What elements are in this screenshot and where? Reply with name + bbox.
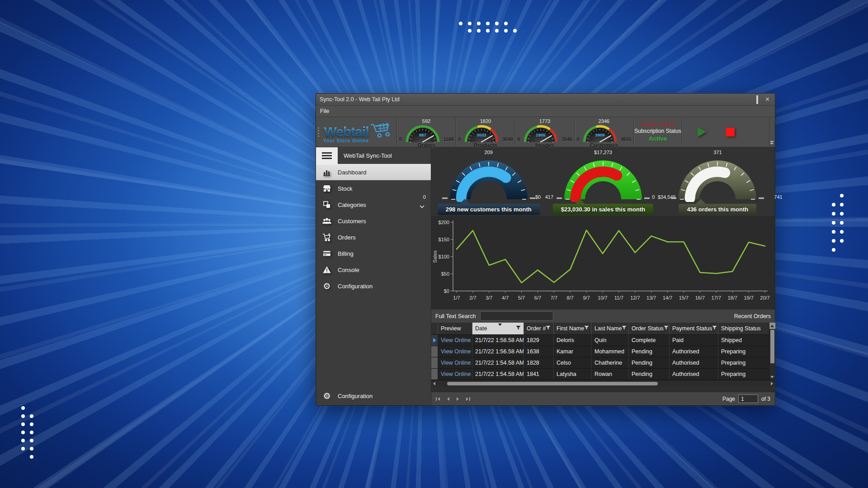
table-row[interactable]: View Online 21/7/22 1:56.58 AM 1638 Kama…	[431, 346, 775, 357]
sidebar-item-label: Console	[338, 267, 359, 273]
first-page-button[interactable]	[436, 397, 440, 401]
page-number-input[interactable]	[738, 394, 758, 403]
search-bar: Full Text Search Recent Orders	[431, 309, 775, 323]
customers-month-gauge: 209 0 417 298 new customers this month	[431, 147, 546, 216]
last-page-button[interactable]	[466, 397, 470, 401]
sidebar-item-label: Orders	[338, 234, 356, 241]
filter-icon[interactable]	[622, 325, 627, 332]
row-indicator	[431, 357, 438, 368]
triangle-up-icon	[770, 325, 774, 327]
sidebar-item-stock[interactable]: Stock	[316, 180, 431, 197]
header-order-number[interactable]: Order #	[524, 323, 554, 334]
header-order-status[interactable]: Order Status	[629, 323, 670, 334]
maximize-button[interactable]	[756, 97, 758, 103]
dashboard-content: 209 0 417 298 new customers this month $…	[431, 147, 775, 405]
toolbar-gauge-products: 1820 0 3033 3640 Products	[456, 117, 515, 147]
cell-order: 1638	[524, 346, 554, 357]
menu-bar: File	[316, 106, 775, 117]
table-row[interactable]: View Online 21/7/22 1:54.58 AM 1828 Cels…	[431, 357, 775, 369]
sidebar-item-categories[interactable]: Categories	[316, 197, 431, 213]
filter-icon[interactable]	[546, 325, 551, 332]
toolbar-grip[interactable]	[316, 117, 321, 147]
filter-icon[interactable]	[584, 325, 589, 332]
scroll-up-button[interactable]	[769, 323, 775, 329]
gauge-mid-label: 209	[431, 150, 546, 155]
cell-order: 1841	[524, 369, 554, 380]
table-row[interactable]: View Online 21/7/22 1:58.58 AM 1829 Delo…	[431, 335, 775, 346]
sidebar-item-console[interactable]: Console	[316, 262, 431, 278]
cell-order: 1829	[524, 335, 554, 346]
gear-icon: ⚙	[316, 282, 338, 291]
chevron-down-icon	[420, 203, 425, 210]
close-button[interactable]: ×	[765, 96, 769, 103]
stop-sync-button[interactable]	[726, 128, 735, 136]
view-online-link[interactable]: View Online	[438, 346, 472, 357]
subscription-panel: Version: 4.0.2.0 Subscription Status Act…	[634, 117, 682, 147]
header-shipping-status[interactable]: Shipping Status	[718, 323, 775, 334]
sidebar-item-configuration-bottom[interactable]: ⚙ Configuration	[316, 386, 431, 405]
vertical-scrollbar[interactable]	[769, 323, 775, 380]
scroll-right-button[interactable]	[771, 382, 773, 385]
svg-text:16/7: 16/7	[695, 295, 705, 300]
sidebar-item-customers[interactable]: Customers	[316, 213, 431, 229]
caption-pointer	[460, 199, 470, 204]
svg-text:20/7: 20/7	[760, 295, 769, 300]
sidebar-item-label: Customers	[338, 218, 366, 225]
header-date[interactable]: Date	[472, 323, 524, 334]
header-payment-status[interactable]: Payment Status	[670, 323, 718, 334]
previous-page-button[interactable]	[447, 397, 449, 401]
filter-icon[interactable]	[664, 325, 669, 332]
toolbar-gauge-customers: 2346 0 3909 4691 Customers	[575, 117, 633, 147]
title-bar[interactable]: Sync-Tool 2.0 - Web Tail Pty Ltd ×	[316, 94, 775, 106]
scrollbar-thumb[interactable]	[447, 382, 658, 385]
view-online-link[interactable]: View Online	[438, 369, 472, 380]
cell-first-name: Latysha	[554, 369, 592, 380]
horizontal-scrollbar[interactable]	[431, 380, 775, 386]
table-row[interactable]: View Online 21/7/22 1:54.58 AM 1841 Laty…	[431, 369, 775, 380]
scroll-left-button[interactable]	[433, 382, 435, 385]
cell-payment-status: Paid	[670, 335, 718, 346]
cell-order-status: Pending	[629, 357, 670, 368]
svg-text:$0: $0	[444, 288, 449, 294]
svg-text:19/7: 19/7	[744, 295, 753, 300]
orders-cart-icon	[316, 233, 338, 242]
sidebar-item-label: Billing	[338, 250, 354, 257]
header-indicator	[431, 323, 438, 334]
search-input[interactable]	[480, 311, 553, 321]
pagination-bar: Page of 3	[431, 392, 775, 405]
subscription-status: Active	[649, 135, 667, 142]
triangle-down-icon	[770, 376, 774, 378]
view-online-link[interactable]: View Online	[438, 335, 472, 346]
header-first-name[interactable]: First Name	[554, 323, 592, 334]
cell-first-name: Deloris	[554, 335, 592, 346]
sidebar-item-billing[interactable]: Billing	[316, 245, 431, 262]
svg-text:3033: 3033	[477, 132, 486, 137]
next-page-button[interactable]	[457, 397, 459, 401]
svg-text:2955: 2955	[536, 132, 546, 137]
scroll-down-button[interactable]	[769, 374, 775, 380]
header-last-name[interactable]: Last Name	[592, 323, 629, 334]
gauge-caption: 436 orders this month	[679, 204, 756, 215]
images-gauge: 2955	[520, 124, 561, 143]
filter-icon[interactable]	[712, 325, 717, 332]
view-online-link[interactable]: View Online	[438, 357, 472, 368]
sidebar: WebTail Sync-Tool Dashboard Stock	[316, 147, 431, 405]
sidebar-item-dashboard[interactable]: Dashboard	[316, 164, 431, 180]
cell-first-name: Celso	[554, 357, 592, 368]
svg-text:9/7: 9/7	[583, 295, 590, 300]
current-row-icon	[433, 338, 436, 343]
toolbar-overflow-strip[interactable]	[769, 118, 774, 146]
svg-text:8/7: 8/7	[567, 295, 574, 300]
cell-order-status: Pending	[629, 369, 670, 380]
subscription-label: Subscription Status	[634, 128, 681, 134]
hamburger-button[interactable]	[316, 147, 338, 164]
sidebar-item-configuration[interactable]: ⚙ Configuration	[316, 278, 431, 294]
version-label: Version: 4.0.2.0	[642, 122, 675, 127]
scrollbar-thumb[interactable]	[770, 330, 774, 363]
header-preview[interactable]: Preview	[438, 323, 472, 334]
filter-icon[interactable]	[516, 325, 521, 332]
start-sync-button[interactable]	[698, 127, 706, 137]
menu-file[interactable]: File	[316, 108, 333, 114]
sidebar-item-orders[interactable]: Orders	[316, 229, 431, 245]
logo: Webtail Your Store Online	[321, 117, 396, 147]
